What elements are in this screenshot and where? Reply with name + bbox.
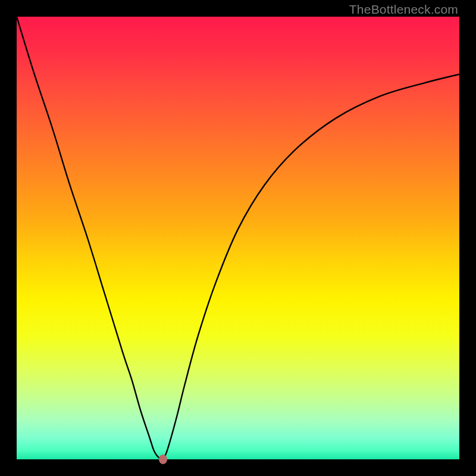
plot-area [17,17,459,459]
curve-right-branch [163,74,459,459]
watermark-text: TheBottleneck.com [349,2,458,17]
bottleneck-curve [17,17,459,459]
curve-minimum-marker [159,455,167,464]
chart-frame: TheBottleneck.com [0,0,476,476]
curve-left-branch [17,17,163,459]
